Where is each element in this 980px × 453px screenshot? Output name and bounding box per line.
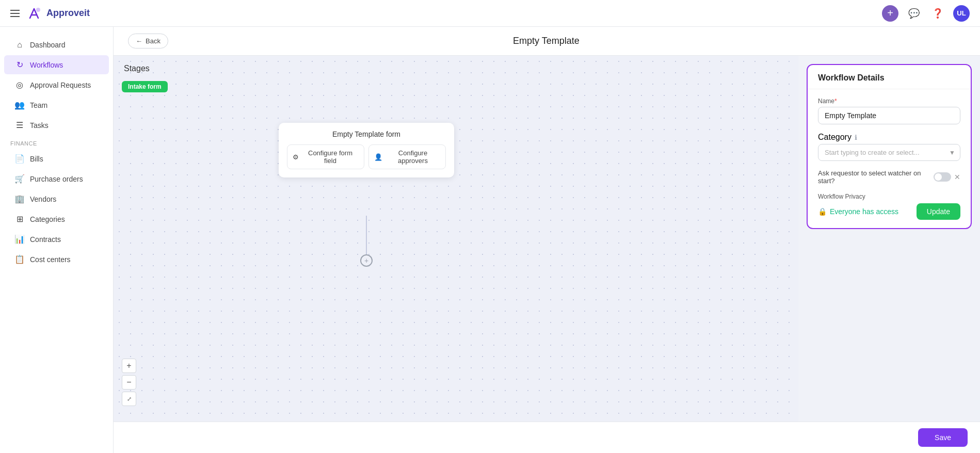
- watcher-controls: ✕: [934, 172, 960, 182]
- purchase-orders-icon: 🛒: [14, 174, 25, 184]
- zoom-controls: + − ⤢: [122, 359, 136, 406]
- workflow-details-body: Name* Category ℹ Start typing to create …: [808, 89, 971, 228]
- sidebar-item-workflows[interactable]: ↻ Workflows: [4, 55, 109, 74]
- watcher-toggle[interactable]: [934, 172, 951, 182]
- canvas-area: Stages Intake form Empty Template form ⚙…: [114, 56, 980, 422]
- category-label-row: Category ℹ: [818, 133, 960, 142]
- intake-badge: Intake form: [122, 81, 168, 92]
- name-input[interactable]: [818, 107, 960, 124]
- tasks-icon: ☰: [14, 120, 25, 130]
- sidebar-label-cost-centers: Cost centers: [30, 255, 71, 264]
- sidebar-label-tasks: Tasks: [30, 121, 49, 130]
- update-button[interactable]: Update: [917, 203, 960, 220]
- sidebar-item-approval-requests[interactable]: ◎ Approval Requests: [4, 75, 109, 94]
- configure-approvers-label: Configure approvers: [385, 149, 440, 165]
- privacy-value-row: 🔒 Everyone has access Update: [818, 203, 960, 220]
- add-button[interactable]: +: [882, 5, 898, 22]
- dashboard-icon: ⌂: [14, 40, 25, 50]
- save-button[interactable]: Save: [918, 428, 968, 447]
- help-button[interactable]: ❓: [929, 5, 946, 22]
- header-right: + 💬 ❓ UL: [882, 5, 970, 22]
- contracts-icon: 📊: [14, 234, 25, 244]
- sidebar-label-purchase-orders: Purchase orders: [30, 175, 83, 183]
- zoom-out-button[interactable]: −: [122, 375, 136, 390]
- configure-approvers-icon: 👤: [374, 153, 382, 161]
- app-header: Approveit + 💬 ❓ UL: [0, 0, 980, 27]
- page-title: Empty Template: [513, 36, 580, 46]
- sidebar-label-vendors: Vendors: [30, 195, 56, 203]
- workflow-details-header: Workflow Details: [808, 65, 971, 89]
- vendors-icon: 🏢: [14, 194, 25, 204]
- bills-icon: 📄: [14, 154, 25, 164]
- watcher-row: Ask requestor to select watcher on start…: [818, 169, 960, 185]
- sidebar-item-tasks[interactable]: ☰ Tasks: [4, 116, 109, 135]
- intake-body: Empty Template form ⚙ Configure form fie…: [279, 123, 454, 177]
- zoom-in-button[interactable]: +: [122, 359, 136, 373]
- logo-icon: [27, 6, 42, 21]
- main-layout: ⌂ Dashboard ↻ Workflows ◎ Approval Reque…: [0, 27, 980, 453]
- svg-point-0: [36, 8, 40, 12]
- team-icon: 👥: [14, 100, 25, 110]
- sidebar-label-contracts: Contracts: [30, 235, 61, 244]
- workflow-canvas[interactable]: Stages Intake form Empty Template form ⚙…: [114, 56, 798, 422]
- save-bar: Save: [114, 422, 980, 453]
- sidebar-item-purchase-orders[interactable]: 🛒 Purchase orders: [4, 169, 109, 188]
- sidebar-label-team: Team: [30, 101, 47, 109]
- category-select-wrapper: Start typing to create or select... ▼: [818, 144, 960, 161]
- workflow-details-title: Workflow Details: [818, 73, 960, 83]
- privacy-value: 🔒 Everyone has access: [818, 207, 898, 216]
- hamburger-menu[interactable]: [10, 10, 20, 17]
- fit-view-button[interactable]: ⤢: [122, 392, 136, 406]
- privacy-label: Workflow Privacy: [818, 193, 960, 200]
- privacy-value-text: Everyone has access: [830, 207, 898, 216]
- configure-form-label: Configure form field: [302, 149, 359, 165]
- content-area: ← Back Empty Template Stages Intake form…: [114, 27, 980, 453]
- connector-line: [366, 216, 367, 257]
- logo-text: Approveit: [46, 8, 90, 19]
- sidebar-label-categories: Categories: [30, 215, 65, 223]
- category-field: Category ℹ Start typing to create or sel…: [818, 133, 960, 161]
- name-field: Name*: [818, 98, 960, 124]
- workflow-details-panel: Workflow Details Name* Category: [807, 64, 972, 229]
- watcher-clear-icon[interactable]: ✕: [954, 173, 960, 181]
- stages-label: Stages: [114, 56, 798, 82]
- add-stage-button[interactable]: +: [360, 254, 373, 267]
- finance-section-label: Finance: [0, 135, 113, 149]
- toggle-knob: [935, 173, 942, 181]
- back-label: Back: [146, 37, 160, 45]
- category-info-icon: ℹ: [855, 134, 857, 141]
- category-label: Category: [818, 133, 852, 142]
- back-button[interactable]: ← Back: [128, 34, 168, 48]
- category-select[interactable]: Start typing to create or select...: [818, 144, 960, 161]
- intake-form-card: Empty Template form ⚙ Configure form fie…: [279, 123, 454, 177]
- configure-form-field-button[interactable]: ⚙ Configure form field: [287, 144, 364, 169]
- back-arrow-icon: ←: [136, 37, 142, 45]
- configure-approvers-button[interactable]: 👤 Configure approvers: [368, 144, 446, 169]
- header-left: Approveit: [10, 6, 90, 21]
- intake-form-title: Empty Template form: [287, 130, 446, 138]
- sidebar-item-cost-centers[interactable]: 📋 Cost centers: [4, 250, 109, 269]
- approval-icon: ◎: [14, 80, 25, 90]
- sidebar-label-workflows: Workflows: [30, 61, 63, 69]
- sidebar-label-dashboard: Dashboard: [30, 41, 66, 49]
- sidebar-item-team[interactable]: 👥 Team: [4, 95, 109, 115]
- name-label: Name*: [818, 98, 960, 105]
- sidebar: ⌂ Dashboard ↻ Workflows ◎ Approval Reque…: [0, 27, 114, 453]
- privacy-row: Workflow Privacy 🔒 Everyone has access U…: [818, 193, 960, 220]
- messages-button[interactable]: 💬: [906, 5, 922, 22]
- sidebar-item-contracts[interactable]: 📊 Contracts: [4, 230, 109, 249]
- sidebar-item-bills[interactable]: 📄 Bills: [4, 149, 109, 168]
- watcher-label: Ask requestor to select watcher on start…: [818, 169, 934, 185]
- sidebar-item-categories[interactable]: ⊞ Categories: [4, 209, 109, 229]
- sidebar-item-dashboard[interactable]: ⌂ Dashboard: [4, 36, 109, 54]
- logo: Approveit: [27, 6, 90, 21]
- categories-icon: ⊞: [14, 214, 25, 224]
- cost-centers-icon: 📋: [14, 254, 25, 264]
- sidebar-item-vendors[interactable]: 🏢 Vendors: [4, 189, 109, 208]
- workflows-icon: ↻: [14, 60, 25, 70]
- avatar[interactable]: UL: [953, 5, 970, 22]
- sidebar-label-approval: Approval Requests: [30, 81, 91, 89]
- configure-form-icon: ⚙: [293, 153, 299, 161]
- lock-icon: 🔒: [818, 207, 827, 216]
- sidebar-label-bills: Bills: [30, 155, 43, 163]
